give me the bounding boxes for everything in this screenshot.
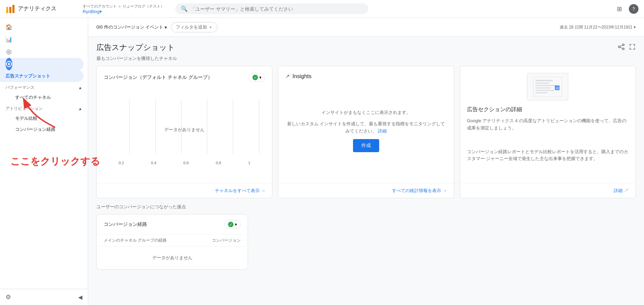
card1-title: コンバージョン（デフォルト チャネル グループ） (104, 74, 212, 81)
search-bar[interactable]: 🔍 (175, 3, 368, 14)
layout: 🏠 📊 ◎ (0, 18, 644, 305)
breadcrumb: すべてのアカウント ＞ りょーブログ（テスト） RyoBlog▾ (83, 4, 164, 14)
insights-card: ↗ Insights インサイトがまもなくここに表示されます。 新しいカスタム … (278, 66, 454, 198)
chart-x-labels: 0.2 0.4 0.6 0.8 1 (104, 161, 265, 165)
apps-button[interactable]: ⊞ (615, 4, 623, 14)
sidebar-item-attribution-main[interactable] (0, 58, 84, 70)
main-header-left: 0/0 件のコンバージョン イベント ▾ フィルタを追加 ＋ (96, 22, 217, 32)
add-filter-button[interactable]: フィルタを追加 ＋ (171, 22, 217, 32)
vline-1 (129, 99, 130, 154)
topbar: アナリティクス すべてのアカウント ＞ りょーブログ（テスト） RyoBlog▾… (0, 0, 644, 18)
svg-rect-20 (536, 90, 554, 91)
create-insights-button[interactable]: 作成 (353, 139, 379, 152)
filter-label: フィルタを追加 (176, 24, 207, 30)
page-title: 広告スナップショット (96, 42, 175, 53)
card1-footer-link[interactable]: チャネルをすべて表示 → (215, 188, 266, 194)
reports-icon: 📊 (6, 36, 12, 43)
section2-label: ユーザーのコンバージョンにつながった接点 (96, 204, 636, 210)
model-compare-label: モデル比較 (15, 115, 38, 122)
svg-line-14 (620, 47, 623, 49)
topbar-actions: ⊞ ? (615, 4, 638, 14)
sidebar-item-home[interactable]: 🏠 (0, 21, 84, 33)
card3-footer-link[interactable]: 詳細 ↗ (614, 188, 629, 194)
help-button[interactable]: ? (629, 4, 638, 14)
sidebar-section-attribution[interactable]: アトリビューション ▲ (0, 103, 88, 113)
performance-label: パフォーマンス (6, 85, 34, 91)
ad-section-desc2: コンバージョン経路レポートとモデル比較レポートを活用すると、購入までのカスタマー… (467, 148, 629, 177)
conversion-no-data: データがありません (97, 246, 248, 269)
sidebar-item-reports[interactable]: 📊 (0, 33, 84, 45)
conversion-status-button[interactable]: ✓ ▾ (224, 220, 241, 229)
insights-subtitle1: インサイトがまもなくここに表示されます。 (321, 109, 411, 116)
status-green-icon: ✓ (252, 75, 258, 80)
second-section: ユーザーのコンバージョンにつながった接点 コンバージョン経路 ✓ ▾ メインのチ… (88, 204, 644, 275)
no-data-label: データがありません (164, 127, 205, 133)
attribution-section-label: アトリビューション (6, 106, 43, 112)
app-title: アナリティクス (18, 5, 56, 12)
attribution-active-badge (6, 58, 12, 70)
sidebar-item-model-compare[interactable]: モデル比較 (0, 113, 84, 124)
svg-rect-18 (536, 85, 556, 86)
svg-text:🏷: 🏷 (556, 86, 559, 90)
share-button[interactable] (618, 43, 625, 52)
ad-section-title: 広告セクションの詳細 (467, 106, 629, 113)
ad-section-desc1: Google アナリティクス 4 の高度なアトリビューションの機能を使って、広告… (467, 117, 629, 146)
vline-2 (155, 99, 156, 154)
conversion-status-chevron-icon: ▾ (235, 222, 237, 227)
explore-icon: ◎ (6, 48, 12, 55)
insights-body: インサイトがまもなくここに表示されます。 新しいカスタム インサイトを作成して、… (285, 85, 447, 176)
x-label-3: 0.6 (184, 161, 189, 165)
svg-rect-19 (536, 87, 551, 88)
svg-rect-2 (12, 5, 14, 13)
vline-3 (181, 99, 181, 154)
conversion-col2: コンバージョン (212, 238, 241, 243)
sidebar-item-ad-snapshot[interactable]: 広告スナップショット (0, 70, 84, 82)
cards-section-1: 最もコンバージョンを獲得したチャネル コンバージョン（デフォルト チャネル グル… (88, 55, 644, 204)
svg-point-11 (619, 46, 620, 48)
breadcrumb-site[interactable]: RyoBlog▾ (83, 9, 164, 14)
svg-rect-1 (9, 7, 11, 13)
cards-grid: コンバージョン（デフォルト チャネル グループ） ✓ ▾ (96, 66, 636, 198)
sidebar-item-all-channels[interactable]: すべてのチャネル (0, 92, 84, 103)
svg-rect-17 (536, 83, 549, 84)
card1-status-chevron-icon: ▾ (259, 75, 261, 80)
conversion-event-dropdown[interactable]: 0/0 件のコンバージョン イベント ▾ (96, 24, 167, 30)
home-icon: 🏠 (6, 23, 12, 30)
card1-status-button[interactable]: ✓ ▾ (249, 73, 265, 82)
card1-header: コンバージョン（デフォルト チャネル グループ） ✓ ▾ (104, 73, 265, 82)
settings-icon[interactable]: ⚙ (6, 293, 11, 301)
card2-footer: すべての統計情報を表示 → (278, 183, 454, 198)
date-range-text: 過去 28 日間 11月22〜2023年12月19日 (560, 24, 632, 30)
add-filter-icon: ＋ (208, 24, 213, 30)
date-range[interactable]: 過去 28 日間 11月22〜2023年12月19日 ▾ (560, 24, 636, 30)
main-header: 0/0 件のコンバージョン イベント ▾ フィルタを追加 ＋ 過去 28 日間 … (88, 18, 644, 37)
attribution-chevron-icon: ▲ (78, 106, 82, 111)
sidebar-item-conversion-path[interactable]: コンバージョン経路 (0, 124, 84, 135)
attribution-icon (6, 61, 12, 67)
performance-chevron-icon: ▲ (78, 85, 82, 90)
insights-header: ↗ Insights (285, 73, 447, 80)
main-content: 0/0 件のコンバージョン イベント ▾ フィルタを追加 ＋ 過去 28 日間 … (88, 18, 644, 305)
card1-footer: チャネルをすべて表示 → (97, 183, 272, 198)
search-icon: 🔍 (181, 6, 188, 12)
sidebar-section-performance[interactable]: パフォーマンス ▲ (0, 82, 88, 92)
collapse-sidebar-icon[interactable]: ◀ (78, 294, 82, 301)
conversion-event-label: 0/0 件のコンバージョン イベント (96, 24, 163, 30)
expand-button[interactable] (629, 43, 636, 52)
sidebar-nav: 🏠 📊 ◎ (0, 18, 88, 289)
search-input[interactable] (190, 6, 363, 12)
ad-section-card: 🏷 広告セクションの詳細 Google アナリティクス 4 の高度なアトリビュー… (460, 66, 636, 198)
insights-detail-link[interactable]: 詳細 (378, 128, 387, 134)
sidebar-item-explore[interactable]: ◎ (0, 45, 84, 58)
svg-rect-16 (536, 80, 553, 81)
chart-area-1: データがありません 0.2 0.4 0.6 0.8 1 (104, 87, 265, 176)
conversion-card-header: コンバージョン経路 ✓ ▾ (97, 214, 248, 235)
svg-point-10 (623, 44, 624, 45)
conversion-dropdown-icon: ▾ (165, 25, 167, 30)
card2-footer-link[interactable]: すべての統計情報を表示 → (392, 188, 447, 194)
vline-4 (207, 99, 207, 154)
x-label-1: 0.2 (118, 161, 124, 165)
all-channels-label: すべてのチャネル (15, 94, 51, 101)
x-label-4: 0.8 (216, 161, 221, 165)
logo-area: アナリティクス (6, 4, 74, 14)
